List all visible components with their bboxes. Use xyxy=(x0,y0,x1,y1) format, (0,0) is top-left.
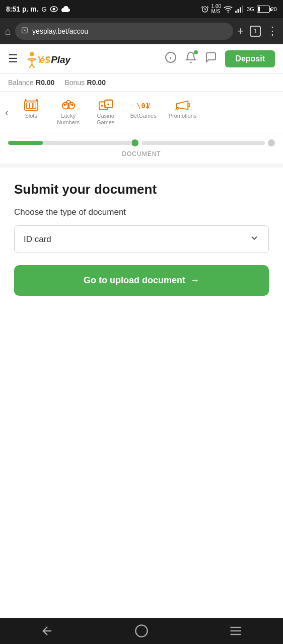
balance-value: R0.00 xyxy=(36,78,54,87)
battery-level: 20 xyxy=(271,6,277,12)
menu-button[interactable] xyxy=(229,624,243,638)
logo-container: e$ Y Play xyxy=(24,49,159,68)
wifi-icon xyxy=(224,6,233,13)
svg-point-27 xyxy=(67,106,69,109)
progress-bar-track-right xyxy=(142,141,265,145)
deposit-button[interactable]: Deposit xyxy=(225,50,275,67)
svg-rect-6 xyxy=(240,8,241,13)
status-right: 1.00M/S 3G 20 xyxy=(201,4,277,14)
dropdown-arrow-icon xyxy=(249,233,259,246)
dropdown-selected-value: ID card xyxy=(24,234,51,245)
svg-text:/: / xyxy=(147,102,151,110)
svg-rect-18 xyxy=(26,103,29,108)
signal-icon xyxy=(235,6,244,13)
browser-actions: + 1 ⋮ xyxy=(237,25,278,38)
nav-item-casino-games[interactable]: ♦ CasinoGames xyxy=(88,96,123,129)
bonus-label: Bonus xyxy=(64,78,85,87)
document-type-dropdown[interactable]: ID card xyxy=(14,225,269,253)
cloud-icon xyxy=(61,6,71,13)
svg-rect-4 xyxy=(235,11,237,13)
svg-point-28 xyxy=(71,104,74,106)
promotions-label: Promotions xyxy=(169,113,197,119)
info-icon[interactable] xyxy=(165,51,177,66)
nav-items: Slots LuckyNumbers xyxy=(14,96,283,129)
add-tab-icon[interactable]: + xyxy=(237,25,244,38)
notification-icon[interactable] xyxy=(185,51,197,66)
svg-point-21 xyxy=(25,99,27,101)
bonus-value: R0.00 xyxy=(87,78,106,87)
speed-indicator: 1.00M/S xyxy=(211,4,221,14)
browser-bar: ⌂ yesplay.bet/accou + 1 ⋮ xyxy=(0,18,283,44)
svg-rect-7 xyxy=(242,6,243,13)
header-icons: Deposit xyxy=(165,50,275,67)
battery-indicator: 20 xyxy=(257,6,277,13)
url-text: yesplay.bet/accou xyxy=(32,27,227,35)
progress-label: DOCUMENT xyxy=(8,150,275,157)
nav-item-slots[interactable]: Slots xyxy=(14,96,49,129)
upload-button-label: Go to upload document xyxy=(84,275,185,286)
lucky-numbers-label: LuckyNumbers xyxy=(57,113,80,126)
security-icon xyxy=(21,27,28,35)
progress-dot-active xyxy=(131,139,138,146)
app-container: ☰ e$ Y Play xyxy=(0,44,283,618)
choose-label: Choose the type of document xyxy=(14,207,269,217)
svg-rect-20 xyxy=(33,103,36,108)
betgames-icon: \ 01 / xyxy=(136,99,151,113)
hamburger-menu[interactable]: ☰ xyxy=(8,52,18,65)
balance-label: Balance xyxy=(8,78,34,87)
tab-count[interactable]: 1 xyxy=(250,26,261,37)
svg-point-22 xyxy=(36,99,38,101)
svg-text:\: \ xyxy=(136,102,140,110)
svg-point-10 xyxy=(30,52,34,56)
app-header: ☰ e$ Y Play xyxy=(0,44,283,74)
slots-icon xyxy=(24,99,39,113)
svg-point-3 xyxy=(228,12,229,13)
back-button[interactable] xyxy=(40,624,54,638)
svg-rect-19 xyxy=(30,103,33,108)
submit-title: Submit your document xyxy=(14,182,269,197)
upload-arrow-icon: → xyxy=(190,275,199,286)
status-time: 8:51 p. m. xyxy=(6,5,39,13)
alarm-icon xyxy=(201,5,209,13)
nav-item-betgames[interactable]: \ 01 / BetGames xyxy=(125,96,162,129)
notification-dot xyxy=(194,50,198,54)
bottom-nav xyxy=(0,618,283,644)
lucky-numbers-icon xyxy=(61,99,76,113)
svg-text:♦: ♦ xyxy=(107,102,109,107)
svg-point-34 xyxy=(104,105,106,107)
nav-categories: ‹ Slots xyxy=(0,92,283,133)
logo-icon: e$ Y Play xyxy=(24,49,85,68)
casino-games-icon: ♦ xyxy=(98,99,113,113)
nav-item-lucky-numbers[interactable]: LuckyNumbers xyxy=(51,96,86,129)
svg-point-1 xyxy=(52,8,55,11)
status-left: 8:51 p. m. G xyxy=(6,5,71,13)
progress-bar-track xyxy=(8,141,132,145)
progress-section: DOCUMENT xyxy=(0,133,283,164)
nav-item-promotions[interactable]: Promotions xyxy=(164,96,202,129)
upload-document-button[interactable]: Go to upload document → xyxy=(14,265,269,296)
eye-icon xyxy=(50,6,58,12)
svg-text:Y: Y xyxy=(37,54,44,65)
svg-rect-5 xyxy=(238,9,239,13)
status-bar: 8:51 p. m. G 1.00M/S 3G xyxy=(0,0,283,18)
svg-point-9 xyxy=(24,29,26,31)
progress-bar-fill xyxy=(8,141,43,145)
browser-home-icon[interactable]: ⌂ xyxy=(5,26,11,37)
betgames-label: BetGames xyxy=(130,113,157,119)
more-options-icon[interactable]: ⋮ xyxy=(267,25,278,38)
slots-label: Slots xyxy=(25,113,37,119)
logo: e$ Y Play xyxy=(24,49,159,68)
casino-games-label: CasinoGames xyxy=(97,113,114,126)
svg-point-33 xyxy=(101,105,103,107)
nav-left-arrow[interactable]: ‹ xyxy=(0,107,14,118)
balance-bar: Balance R0.00 Bonus R0.00 xyxy=(0,74,283,92)
svg-text:Play: Play xyxy=(51,54,71,65)
browser-url-bar[interactable]: yesplay.bet/accou xyxy=(15,23,233,40)
svg-point-26 xyxy=(63,104,66,106)
home-button[interactable] xyxy=(134,624,149,638)
google-icon: G xyxy=(42,6,47,13)
chat-icon[interactable] xyxy=(205,51,217,66)
network-type: 3G xyxy=(247,6,254,12)
promotions-icon xyxy=(175,99,190,113)
progress-dot-inactive xyxy=(268,139,275,146)
